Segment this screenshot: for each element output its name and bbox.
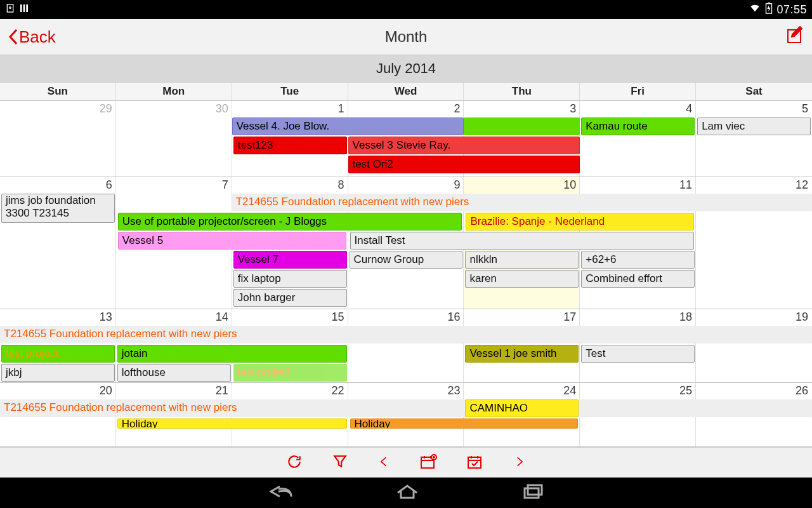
svg-rect-10: [525, 488, 539, 498]
event[interactable]: Vessel 5: [118, 232, 346, 250]
day-header-sat: Sat: [696, 83, 812, 100]
date-cell[interactable]: 5: [696, 101, 812, 116]
event[interactable]: T214655 Foundation replacement with new …: [0, 399, 812, 417]
event[interactable]: +62+6: [581, 251, 695, 269]
date-cell[interactable]: 13: [0, 309, 116, 324]
event[interactable]: lofthouse: [117, 364, 231, 382]
next-icon[interactable]: [513, 453, 526, 472]
nav-home-icon[interactable]: [395, 483, 419, 503]
event[interactable]: Brazilie: Spanje - Nederland: [466, 213, 694, 231]
nav-back-icon[interactable]: [267, 483, 294, 503]
event[interactable]: jims job foundation 3300 T23145: [1, 194, 115, 223]
date-cell[interactable]: 17: [464, 309, 580, 324]
date-cell[interactable]: 11: [580, 177, 696, 192]
date-cell[interactable]: 15: [232, 309, 348, 324]
date-cell[interactable]: 25: [580, 383, 696, 398]
day-header-sun: Sun: [0, 83, 116, 100]
svg-rect-11: [528, 485, 542, 495]
date-cell[interactable]: 12: [696, 177, 812, 192]
event[interactable]: jotain: [117, 345, 347, 363]
event[interactable]: test123: [233, 137, 347, 154]
event[interactable]: Lam viec: [697, 117, 811, 135]
back-label: Back: [19, 27, 56, 47]
event[interactable]: [464, 117, 580, 135]
day-header-thu: Thu: [464, 83, 580, 100]
date-cell[interactable]: 16: [348, 309, 464, 324]
event[interactable]: test Ori2: [348, 156, 580, 173]
event[interactable]: Combined effort: [581, 270, 695, 288]
event[interactable]: John barger: [233, 289, 347, 307]
svg-rect-2: [23, 4, 25, 12]
day-header-tue: Tue: [232, 83, 348, 100]
event[interactable]: test project: [1, 345, 115, 363]
day-header-wed: Wed: [348, 83, 464, 100]
date-cell[interactable]: 19: [696, 309, 812, 324]
calendar-add-icon[interactable]: [419, 453, 437, 472]
refresh-icon[interactable]: [286, 453, 303, 472]
event[interactable]: T214655 Foundation replacement with new …: [232, 194, 812, 211]
event[interactable]: karen: [465, 270, 579, 288]
event[interactable]: fix laptop: [233, 270, 347, 288]
event[interactable]: Holiday: [117, 418, 347, 429]
event[interactable]: Install Test: [350, 232, 695, 250]
toolbar: [0, 447, 812, 478]
date-cell[interactable]: 24: [464, 383, 580, 398]
prev-icon[interactable]: [377, 453, 390, 472]
event[interactable]: test project: [233, 364, 347, 382]
event[interactable]: Test: [581, 345, 695, 363]
event[interactable]: Vessel 1 joe smith: [465, 345, 579, 363]
battery-charging-icon: [765, 3, 773, 17]
wifi-icon: [749, 3, 761, 17]
date-cell[interactable]: 23: [348, 383, 464, 398]
date-cell[interactable]: 3: [464, 101, 580, 116]
status-time: 07:55: [776, 3, 807, 17]
event[interactable]: jkbj: [1, 364, 115, 382]
event[interactable]: CAMINHAO: [465, 399, 579, 417]
date-cell[interactable]: 26: [696, 383, 812, 398]
date-cell[interactable]: 18: [580, 309, 696, 324]
page-title: Month: [385, 28, 428, 46]
calendar-check-icon[interactable]: [466, 453, 484, 472]
date-cell[interactable]: 9: [348, 177, 464, 192]
event[interactable]: nlkkln: [465, 251, 579, 269]
event[interactable]: Use of portable projector/screen - J Blo…: [118, 213, 462, 231]
svg-rect-1: [20, 4, 22, 12]
date-cell[interactable]: 7: [116, 177, 232, 192]
svg-rect-9: [468, 457, 481, 468]
day-headers: Sun Mon Tue Wed Thu Fri Sat: [0, 83, 812, 101]
svg-rect-3: [26, 4, 28, 12]
date-cell[interactable]: 8: [232, 177, 348, 192]
apps-icon: [19, 3, 29, 17]
date-cell[interactable]: 4: [580, 101, 696, 116]
day-header-mon: Mon: [116, 83, 232, 100]
event[interactable]: Curnow Group: [350, 251, 463, 269]
compose-button[interactable]: [785, 26, 804, 48]
date-cell[interactable]: 29: [0, 101, 116, 116]
event[interactable]: Vessel 7: [233, 251, 347, 269]
android-status-bar: 07:55: [0, 0, 812, 19]
event[interactable]: Kamau route: [581, 117, 695, 135]
event[interactable]: Vessel 4. Joe Blow.: [232, 117, 464, 135]
day-header-fri: Fri: [580, 83, 696, 100]
event[interactable]: Vessel 3 Stevie Ray.: [348, 137, 580, 154]
event[interactable]: Holiday: [350, 418, 579, 429]
app-header: Back Month: [0, 19, 812, 55]
download-icon: [5, 3, 15, 17]
android-nav-bar: [0, 478, 812, 508]
date-cell[interactable]: 14: [116, 309, 232, 324]
month-title: July 2014: [0, 55, 812, 83]
date-cell[interactable]: 22: [232, 383, 348, 398]
filter-icon[interactable]: [332, 453, 348, 472]
svg-rect-5: [768, 3, 771, 4]
date-cell[interactable]: 6: [0, 177, 116, 192]
date-cell[interactable]: 21: [116, 383, 232, 398]
date-cell[interactable]: 30: [116, 101, 232, 116]
date-cell[interactable]: 1: [232, 101, 348, 116]
event[interactable]: T214655 Foundation replacement with new …: [0, 326, 812, 344]
back-button[interactable]: Back: [8, 27, 56, 47]
date-cell[interactable]: 2: [348, 101, 464, 116]
date-cell[interactable]: 20: [0, 383, 116, 398]
calendar-grid[interactable]: 29 30 1 2 3 4 5 Vessel 4. Joe Blow. Kama…: [0, 101, 812, 447]
date-cell[interactable]: 10: [464, 177, 580, 192]
nav-recent-icon[interactable]: [521, 483, 545, 503]
